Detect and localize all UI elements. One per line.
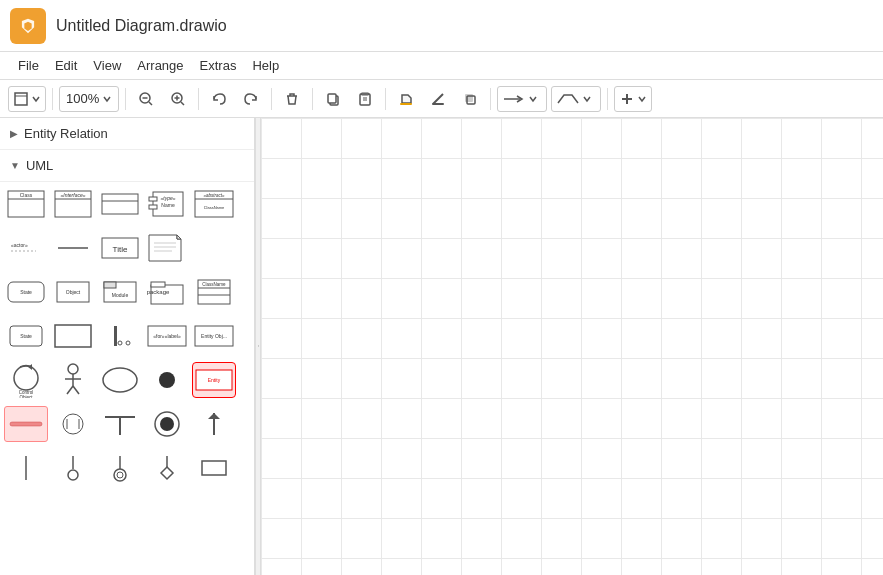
uml-module-shape[interactable]: Module: [98, 274, 142, 310]
uml-actor-shape[interactable]: [51, 362, 95, 398]
toolbar-sep-4: [271, 88, 272, 110]
svg-text:«type»: «type»: [160, 195, 175, 201]
svg-point-100: [68, 470, 78, 480]
uml-diamond-line-shape[interactable]: [145, 450, 189, 486]
svg-rect-106: [202, 461, 226, 475]
uml-t-shape[interactable]: [98, 406, 142, 442]
toolbar-sep-1: [52, 88, 53, 110]
svg-rect-59: [151, 282, 165, 287]
uml-state-shape[interactable]: State: [4, 274, 48, 310]
uml-double-circle-shape[interactable]: [98, 450, 142, 486]
uml-fork-shape[interactable]: [98, 318, 142, 354]
undo-button[interactable]: [205, 85, 233, 113]
connection-style-button[interactable]: [497, 86, 547, 112]
uml-component2-shape[interactable]: ClassName: [192, 274, 236, 310]
svg-text:«abstract»: «abstract»: [203, 193, 225, 198]
redo-button[interactable]: [237, 85, 265, 113]
svg-text:Entity Obj...: Entity Obj...: [201, 333, 227, 339]
menu-help[interactable]: Help: [244, 56, 287, 75]
window-title: Untitled Diagram.drawio: [56, 17, 873, 35]
svg-marker-47: [177, 235, 181, 239]
menu-arrange[interactable]: Arrange: [129, 56, 191, 75]
svg-point-103: [117, 472, 123, 478]
uml-ellipse-shape[interactable]: [98, 362, 142, 398]
uml-title-shape[interactable]: Title: [98, 230, 142, 266]
svg-point-89: [63, 414, 83, 434]
insert-button[interactable]: [614, 86, 652, 112]
svg-point-85: [159, 372, 175, 388]
svg-text:ClassName: ClassName: [204, 205, 225, 210]
uml-highlighted-shape[interactable]: Entity: [192, 362, 236, 398]
menu-edit[interactable]: Edit: [47, 56, 85, 75]
uml-initial-shape[interactable]: State: [4, 318, 48, 354]
format-button[interactable]: [8, 86, 46, 112]
zoom-out-button[interactable]: [132, 85, 160, 113]
uml-fork-h-shape[interactable]: [51, 406, 95, 442]
uml-vline-shape[interactable]: [4, 450, 48, 486]
uml-abstract-shape[interactable]: «abstract» ClassName: [192, 186, 236, 222]
uml-initial-state-shape[interactable]: [145, 362, 189, 398]
svg-line-83: [73, 386, 79, 394]
line-color-button[interactable]: [424, 85, 452, 113]
delete-button[interactable]: [278, 85, 306, 113]
uml-join-bar-shape[interactable]: [4, 406, 48, 442]
uml-control-shape[interactable]: Control Object: [4, 362, 48, 398]
uml-interface-shape[interactable]: «Interface»: [51, 186, 95, 222]
uml-shapes-row-5: Control Object: [0, 358, 254, 402]
svg-rect-11: [328, 94, 336, 103]
svg-marker-97: [208, 413, 220, 419]
entity-relation-section[interactable]: ▶ Entity Relation: [0, 118, 254, 150]
zoom-control[interactable]: 100%: [59, 86, 119, 112]
uml-activation-shape[interactable]: «actor»: [4, 230, 48, 266]
uml-component-shape[interactable]: «type» Name: [145, 186, 189, 222]
uml-final-state-shape[interactable]: [145, 406, 189, 442]
uml-rect-shape[interactable]: [98, 186, 142, 222]
svg-text:Class: Class: [20, 192, 33, 198]
waypoint-style-button[interactable]: [551, 86, 601, 112]
app-logo: [10, 8, 46, 44]
zoom-level: 100%: [66, 91, 99, 106]
menubar: File Edit View Arrange Extras Help: [0, 52, 883, 80]
uml-class-shape[interactable]: Class: [4, 186, 48, 222]
sidebar: ▶ Entity Relation ▼ UML Class: [0, 118, 255, 575]
svg-line-82: [67, 386, 73, 394]
uml-circle-line-shape[interactable]: [51, 450, 95, 486]
svg-point-84: [103, 368, 137, 392]
fill-color-button[interactable]: [392, 85, 420, 113]
uml-actor-label-shape[interactable]: «for»«label»: [145, 318, 189, 354]
uml-arrow: ▼: [10, 160, 20, 171]
uml-small-rect-shape[interactable]: [192, 450, 236, 486]
menu-view[interactable]: View: [85, 56, 129, 75]
svg-text:Object: Object: [66, 289, 81, 295]
svg-text:«Interface»: «Interface»: [60, 192, 85, 198]
uml-shapes-row-3: State Object Module: [0, 270, 254, 314]
uml-stop-shape[interactable]: [192, 406, 236, 442]
menu-extras[interactable]: Extras: [192, 56, 245, 75]
toolbar-sep-8: [607, 88, 608, 110]
svg-marker-46: [149, 235, 181, 261]
menu-file[interactable]: File: [10, 56, 47, 75]
canvas[interactable]: [261, 118, 883, 575]
uml-package-shape[interactable]: package: [145, 274, 189, 310]
svg-rect-33: [149, 197, 157, 201]
svg-text:«actor»: «actor»: [11, 242, 28, 248]
uml-shapes-row-2: «actor» Title: [0, 226, 254, 270]
svg-rect-16: [400, 103, 412, 105]
svg-line-17: [433, 94, 443, 104]
svg-point-79: [68, 364, 78, 374]
uml-note-shape[interactable]: [145, 230, 189, 266]
uml-constraint-shape[interactable]: Object: [51, 274, 95, 310]
uml-object-shape[interactable]: [51, 318, 95, 354]
zoom-in-button[interactable]: [164, 85, 192, 113]
uml-line-shape[interactable]: [51, 230, 95, 266]
uml-section[interactable]: ▼ UML: [0, 150, 254, 182]
paste-style-button[interactable]: [351, 85, 379, 113]
entity-relation-label: Entity Relation: [24, 126, 108, 141]
uml-er-entity-shape[interactable]: Entity Obj...: [192, 318, 236, 354]
shadow-button[interactable]: [456, 85, 484, 113]
copy-style-button[interactable]: [319, 85, 347, 113]
svg-rect-68: [114, 326, 117, 346]
toolbar-sep-5: [312, 88, 313, 110]
svg-rect-18: [432, 103, 444, 105]
svg-marker-105: [161, 467, 173, 479]
